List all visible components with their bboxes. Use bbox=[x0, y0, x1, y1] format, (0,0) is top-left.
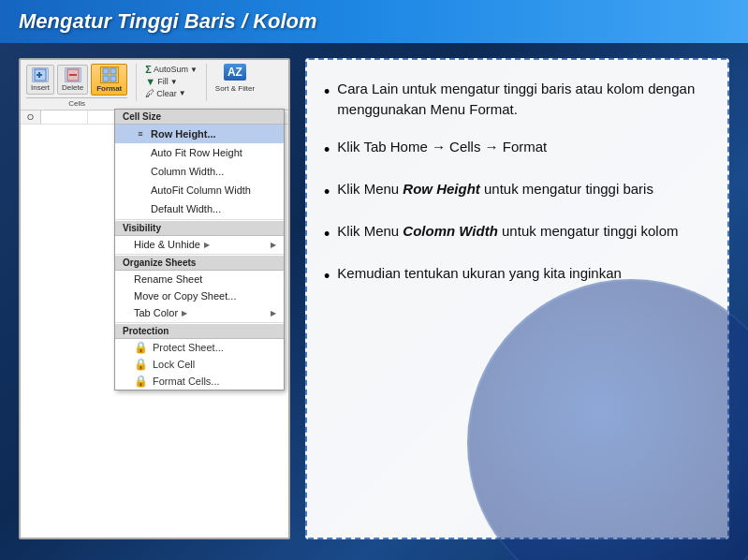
ribbon: Insert Delete Format C bbox=[21, 60, 288, 111]
row-height-item[interactable]: ≡ Row Height... bbox=[115, 125, 284, 143]
ribbon-insert-group: Insert Delete Format C bbox=[26, 64, 127, 108]
tab-color-item[interactable]: Tab Color ▶ bbox=[115, 304, 284, 321]
svg-rect-8 bbox=[110, 76, 116, 81]
az-icon: AZ bbox=[224, 64, 246, 81]
lock-cell-item[interactable]: 🔒 Lock Cell bbox=[115, 356, 284, 373]
ribbon-insert-icons: Insert Delete Format bbox=[26, 64, 127, 96]
delete-icon bbox=[65, 67, 81, 82]
protection-header: Protection bbox=[115, 324, 284, 339]
cell-size-header: Cell Size bbox=[115, 110, 284, 125]
svg-rect-7 bbox=[103, 76, 109, 81]
bullet-item-4: • Klik Menu Colomn Width untuk mengatur … bbox=[324, 221, 711, 246]
insert-icon bbox=[32, 67, 49, 82]
column-width-item[interactable]: Column Width... bbox=[115, 162, 284, 181]
bullet-item-1: • Cara Lain untuk mengatur tinggi baris … bbox=[324, 79, 711, 120]
visibility-header: Visibility bbox=[115, 221, 284, 236]
protect-sheet-item[interactable]: 🔒 Protect Sheet... bbox=[115, 339, 284, 356]
clear-label: Clear bbox=[156, 89, 177, 98]
fill-item[interactable]: ▼ Fill ▼ bbox=[145, 76, 198, 87]
clear-arrow: ▼ bbox=[179, 89, 186, 97]
delete-label: Delete bbox=[62, 83, 83, 92]
autofit-col-label: AutoFit Column Width bbox=[151, 184, 251, 196]
clear-item[interactable]: 🖊 Clear ▼ bbox=[145, 88, 198, 98]
autosum-arrow: ▼ bbox=[190, 66, 198, 74]
cells-label: Cells bbox=[26, 97, 127, 108]
bullet-dot-4: • bbox=[324, 222, 330, 246]
autofit-row-icon bbox=[134, 146, 147, 159]
hide-unhide-item[interactable]: Hide & Unhide ▶ bbox=[115, 236, 284, 253]
ribbon-sort-group: AZ Sort & Filter bbox=[215, 64, 255, 93]
column-width-icon bbox=[134, 165, 147, 178]
format-cells-label: Format Cells... bbox=[153, 376, 220, 387]
format-icon bbox=[100, 66, 119, 83]
title-bar: Mengatur Tinggi Baris / Kolom bbox=[0, 0, 748, 43]
autosum-label: AutoSum bbox=[154, 65, 188, 74]
format-cells-item[interactable]: 🔒 Format Cells... bbox=[115, 373, 284, 390]
sep-3 bbox=[115, 322, 284, 323]
clear-eraser-icon: 🖊 bbox=[145, 88, 154, 98]
bullet3-italic: Row Height bbox=[403, 181, 480, 197]
fill-arrow: ▼ bbox=[170, 78, 178, 86]
svg-rect-2 bbox=[37, 74, 42, 76]
bullet-text-3: Klik Menu Row Height untuk mengatur ting… bbox=[337, 179, 711, 199]
autofit-row-item[interactable]: Auto Fit Row Height bbox=[115, 143, 284, 162]
hide-unhide-label: Hide & Unhide bbox=[134, 239, 200, 250]
tab-color-label: Tab Color bbox=[134, 307, 178, 318]
bullet-text-4: Klik Menu Colomn Width untuk mengatur ti… bbox=[337, 221, 711, 242]
svg-rect-6 bbox=[110, 68, 116, 74]
bullet-dot-2: • bbox=[324, 138, 330, 162]
insert-button[interactable]: Insert bbox=[26, 65, 54, 95]
lock-cell-label: Lock Cell bbox=[153, 359, 195, 370]
format-dropdown: Cell Size ≡ Row Height... Auto Fit Row H… bbox=[114, 109, 285, 391]
format-button[interactable]: Format bbox=[91, 64, 127, 96]
ribbon-edit-group: Σ AutoSum ▼ ▼ Fill ▼ 🖊 Clear ▼ bbox=[145, 64, 198, 98]
bullet-dot-1: • bbox=[324, 80, 330, 104]
bullet-text-2: Klik Tab Home → Cells → Format bbox=[337, 137, 711, 157]
default-width-item[interactable]: Default Width... bbox=[115, 199, 284, 218]
page-title: Mengatur Tinggi Baris / Kolom bbox=[19, 9, 317, 33]
column-width-label: Column Width... bbox=[151, 166, 224, 177]
default-width-icon bbox=[134, 202, 147, 215]
excel-panel: Insert Delete Format C bbox=[19, 58, 290, 539]
bullet-item-3: • Klik Menu Row Height untuk mengatur ti… bbox=[324, 179, 711, 204]
bullet3-post: untuk mengatur tinggi baris bbox=[480, 181, 653, 197]
rename-sheet-label: Rename Sheet bbox=[134, 273, 202, 285]
bullet3-pre: Klik Menu bbox=[337, 181, 403, 197]
autofit-col-item[interactable]: AutoFit Column Width bbox=[115, 181, 284, 199]
bullet-text-1: Cara Lain untuk mengatur tinggi baris at… bbox=[337, 79, 711, 120]
sigma-icon: Σ bbox=[145, 64, 152, 75]
bullet-dot-5: • bbox=[324, 264, 330, 288]
hide-unhide-arrow: ▶ bbox=[204, 241, 210, 249]
fill-label: Fill bbox=[157, 77, 169, 86]
rename-sheet-item[interactable]: Rename Sheet bbox=[115, 271, 284, 287]
sep-2 bbox=[115, 254, 284, 255]
ribbon-edit-items: Σ AutoSum ▼ ▼ Fill ▼ 🖊 Clear ▼ bbox=[145, 64, 198, 98]
delete-button[interactable]: Delete bbox=[57, 65, 88, 95]
ribbon-divider-2 bbox=[206, 64, 207, 101]
cell-1[interactable] bbox=[41, 111, 88, 124]
sep-1 bbox=[115, 219, 284, 220]
insert-label: Insert bbox=[31, 83, 50, 92]
autofit-row-label: Auto Fit Row Height bbox=[151, 147, 242, 158]
ribbon-divider-1 bbox=[136, 64, 137, 101]
default-width-label: Default Width... bbox=[151, 203, 221, 214]
protect-sheet-label: Protect Sheet... bbox=[153, 342, 224, 353]
format-label: Format bbox=[96, 84, 122, 93]
lock-icon-1: 🔒 bbox=[134, 341, 148, 354]
move-copy-label: Move or Copy Sheet... bbox=[134, 290, 236, 302]
fill-icon: ▼ bbox=[145, 76, 155, 87]
autofit-col-icon bbox=[134, 184, 147, 197]
autosum-item[interactable]: Σ AutoSum ▼ bbox=[145, 64, 198, 75]
row-height-icon: ≡ bbox=[134, 127, 147, 140]
bullet-dot-3: • bbox=[324, 180, 330, 204]
move-copy-item[interactable]: Move or Copy Sheet... bbox=[115, 287, 284, 304]
organize-header: Organize Sheets bbox=[115, 256, 284, 271]
svg-rect-5 bbox=[103, 68, 109, 74]
bullet4-italic: Colomn Width bbox=[403, 223, 498, 239]
bullet4-post: untuk mengatur tinggi kolom bbox=[498, 223, 679, 239]
sort-filter-label: Sort & Filter bbox=[215, 84, 255, 93]
row-num: O bbox=[21, 111, 41, 124]
lock-icon-3: 🔒 bbox=[134, 375, 148, 388]
tab-color-arrow: ▶ bbox=[182, 309, 187, 317]
bullet-item-2: • Klik Tab Home → Cells → Format bbox=[324, 137, 711, 162]
